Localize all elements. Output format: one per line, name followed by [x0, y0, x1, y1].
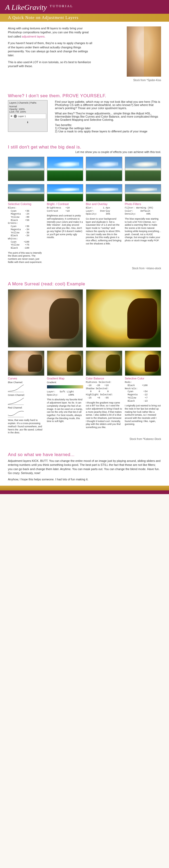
intro-stock-credit: Stock from *Spider-Kiss [8, 79, 161, 82]
landscape-image-2 [47, 157, 83, 181]
footer-gold [0, 486, 169, 490]
landscape-thumb-1 [8, 184, 44, 202]
layers-palette: Layers | Channels | Paths Normal Opacity… [8, 100, 47, 132]
scol-desc-3: I thought the gradient map came out a BI… [86, 401, 122, 429]
scol-mono-3: Midtones Selected: -16 -20 +18 Shadow Se… [86, 381, 122, 400]
subheading-bigdeal: Let me show you a couple of effects you … [8, 150, 161, 154]
intro-p2: If you haven't heard of them, they're a … [8, 41, 93, 58]
section-surreal: A More Surreal (read: cool) Example Curv… [0, 275, 169, 445]
section-where: Where? I don't see them. PROVE YOURSELF.… [0, 86, 169, 138]
col-title-1: Selective Coloring [8, 203, 44, 206]
section-bigdeal: I still don't get what the big deal is. … [0, 138, 169, 275]
col-desc-2: Brightness and contrast is pretty self-e… [47, 214, 83, 239]
footer-maroon [0, 490, 169, 494]
palette-tabs: Layers | Channels | Paths [9, 101, 46, 104]
palette-arrow-icon: ⬇ [9, 121, 46, 124]
col-desc-1: The point of this was to intensify the b… [8, 252, 44, 264]
curve-blue [8, 385, 24, 392]
col-title-3: Blur and Overlay [86, 203, 122, 206]
face-thumb-4 [125, 351, 161, 376]
learned-p2: Anyhow, I hope this helps someone. I had… [8, 478, 161, 481]
col-mono-1: Blues: Cyan +36 Magenta -24 Yellow -80 B… [8, 207, 44, 250]
header-prefix: A [5, 3, 10, 11]
header-title: LikeGravity [12, 3, 47, 11]
scol-mono-2: Layer: Soft Light Opacity: 100% [47, 391, 83, 397]
face-thumb-2 [47, 351, 83, 376]
learned-p1: Adjustment layers KICK. BUTT. You can ch… [8, 459, 161, 475]
header-suffix: TUTORIAL [49, 4, 73, 8]
eye-icon: 👁 [10, 115, 13, 118]
col-mono-2: Brightness +10 Contrast +18 [47, 207, 83, 213]
effect-columns: Selective Coloring Blues: Cyan +36 Magen… [8, 184, 161, 264]
intro-p1: Along with using textures and fill layer… [8, 26, 93, 38]
col-title-2: Bright. / Contrast [47, 203, 83, 206]
where-b1: 1) Change the settings later [55, 127, 161, 130]
face-image-after [86, 289, 161, 347]
col-mono-3: Blur: 1.6px Layer: Overlay Opacity: 35% [86, 207, 122, 216]
surreal-stock-credit: Stock from *Katanez-Stock [8, 438, 161, 440]
landscape-image-3 [86, 157, 122, 181]
scol-title-3: Color Balance [86, 377, 122, 380]
heading-surreal: A More Surreal (read: cool) Example [8, 281, 161, 287]
scol-title-2: Gradient Map [47, 377, 83, 380]
curve-label-blue: Blue Channel: [8, 381, 44, 384]
landscape-thumb-3 [86, 184, 122, 202]
heading-bigdeal: I still don't get what the big deal is. [8, 145, 161, 150]
scol-desc-1: Wow, that was really hard to explain. It… [8, 419, 44, 434]
banner-title: A Quick Note on Adjustment Layers [0, 14, 169, 22]
heading-learned: And so what we have learned... [8, 452, 161, 457]
surreal-columns: Curves Blue Channel: Green Channel: Red … [8, 351, 161, 434]
where-p3: Two benefits: [55, 123, 161, 127]
layer-row: 👁Layer 1 [9, 114, 46, 119]
landscape-image-4 [125, 157, 161, 181]
col-desc-4: The blue especially was starting to look… [125, 217, 161, 242]
where-p2: What are they? They're image adjustments… [55, 112, 161, 121]
landscape-thumb-2 [47, 184, 83, 202]
curve-green [8, 397, 24, 405]
scol-title-1: Curves [8, 377, 44, 380]
where-p1: Find your layer pallette, which may or m… [55, 100, 161, 110]
col-title-4: Photo Filters [125, 203, 161, 206]
heading-where: Where? I don't see them. PROVE YOURSELF. [8, 93, 161, 98]
section-learned: And so what we have learned... Adjustmen… [0, 445, 169, 486]
col-desc-3: Go down to your background layer and dup… [86, 217, 122, 245]
section-intro: Along with using textures and fill layer… [0, 22, 169, 86]
adjustment-layer-icon [14, 115, 17, 118]
where-b2: 2) Use a mask to only apply these layers… [55, 130, 161, 133]
scol-mono-4: Reds: Black +100 Neutrals: Cyan +34 Mage… [125, 381, 161, 403]
col-mono-4: Filter: Warming (85) Color: Default Dens… [125, 207, 161, 216]
gradient-swatch [47, 385, 83, 389]
scol-title-4: Selective Color [125, 377, 161, 380]
intro-p3: This is also used A LOT in icon tutorial… [8, 60, 93, 68]
intro-face-image [127, 26, 161, 76]
curve-label-red: Red Channel: [8, 406, 44, 409]
curve-label-green: Green Channel: [8, 394, 44, 397]
face-thumb-3 [86, 351, 122, 376]
curve-red [8, 410, 24, 417]
scol-desc-2: This is absolutely my favorite kind of a… [47, 398, 83, 423]
landscape-thumb-4 [125, 184, 161, 202]
face-image-before [8, 289, 83, 347]
landscape-image-1 [8, 157, 44, 181]
landscape-stock-credit: Stock from ~intano-stock [8, 267, 161, 270]
header: A LikeGravity TUTORIAL [0, 0, 169, 14]
scol-desc-4: I originally just wanted to bring out th… [125, 404, 161, 426]
face-thumb-1 [8, 351, 44, 376]
